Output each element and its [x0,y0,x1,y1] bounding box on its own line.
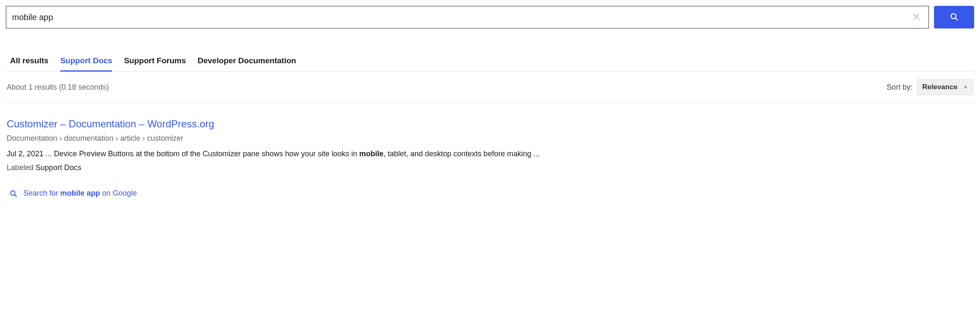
search-row [6,6,974,28]
google-query: mobile app [60,189,100,197]
google-suffix: on Google [100,189,137,197]
sort-label: Sort by: [887,83,913,92]
search-result: Customizer – Documentation – WordPress.o… [6,103,974,172]
result-breadcrumb: Documentation › documentation › article … [7,134,973,143]
filter-tabs: All results Support Docs Support Forums … [6,53,974,72]
search-on-google-link[interactable]: Search for mobile app on Google [6,189,974,198]
results-count: About 1 results (0.18 seconds) [7,83,109,92]
result-label: Labeled Support Docs [7,163,973,172]
sort-wrap: Sort by: Relevance ▼ [887,79,973,95]
result-date: Jul 2, 2021 [7,150,44,158]
result-ellipsis: ... [44,150,54,158]
result-label-value: Support Docs [36,163,81,172]
tab-developer-documentation[interactable]: Developer Documentation [198,53,296,72]
result-snippet-match: mobile [359,150,383,158]
caret-down-icon: ▼ [963,85,968,90]
search-input[interactable] [12,13,910,22]
sort-select[interactable]: Relevance ▼ [917,79,973,95]
clear-search-button[interactable] [910,10,923,24]
tab-support-forums[interactable]: Support Forums [124,53,186,72]
result-snippet-after: , tablet, and desktop contexts before ma… [383,150,539,158]
close-icon [912,12,921,23]
tab-support-docs[interactable]: Support Docs [60,53,113,72]
svg-line-5 [15,195,17,197]
results-meta: About 1 results (0.18 seconds) Sort by: … [6,72,974,103]
search-box [6,6,929,28]
result-label-key: Labeled [7,163,33,172]
search-button[interactable] [934,6,974,28]
google-prefix: Search for [23,189,60,197]
tab-all-results[interactable]: All results [10,53,49,72]
search-icon [9,189,18,198]
result-title-link[interactable]: Customizer – Documentation – WordPress.o… [7,118,214,129]
result-snippet: Jul 2, 2021 ... Device Preview Buttons a… [7,149,973,159]
sort-value: Relevance [922,83,957,91]
search-on-google-text: Search for mobile app on Google [23,189,137,198]
result-snippet-before: Device Preview Buttons at the bottom of … [54,150,359,158]
svg-line-3 [955,18,957,20]
search-icon [949,12,959,23]
